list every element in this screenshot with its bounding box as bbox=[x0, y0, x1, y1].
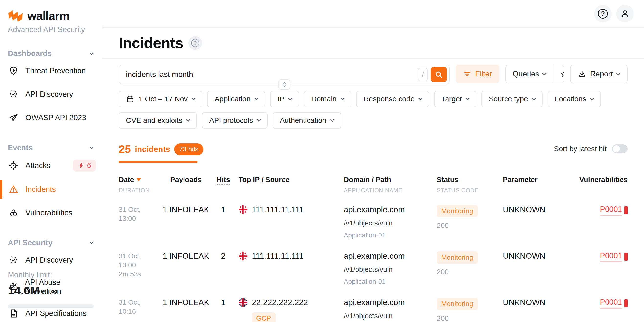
risk-bar-icon bbox=[624, 206, 628, 214]
chip-label: Application bbox=[214, 95, 250, 103]
incident-row[interactable]: 31 Oct, 13:00 1 INFOLEAK 1 111.111.11.11… bbox=[119, 205, 628, 239]
chevron-down-icon bbox=[257, 118, 261, 122]
sidebar-item-owasp-api-2023[interactable]: OWASP API 2023 bbox=[0, 107, 102, 128]
queries-dropdown[interactable]: Queries bbox=[506, 65, 553, 83]
help-button[interactable]: ? bbox=[594, 5, 612, 22]
api-protocols-filter[interactable]: API protocols bbox=[202, 112, 268, 129]
sidebar-item-api-discovery[interactable]: API Discovery bbox=[0, 84, 102, 105]
shield-bolt-icon bbox=[8, 65, 19, 76]
chevron-down-icon bbox=[254, 96, 258, 100]
search-input[interactable] bbox=[126, 70, 418, 79]
toggle-knob bbox=[613, 145, 620, 152]
filter-icon bbox=[463, 70, 471, 78]
chevron-down-icon bbox=[90, 145, 94, 149]
user-menu-button[interactable] bbox=[616, 5, 634, 22]
active-indicator bbox=[0, 180, 2, 199]
ip-address[interactable]: 22.222.222.222 bbox=[252, 298, 308, 307]
filter-chips-row-1: 1 Oct – 17 Nov Application IP Domain Res… bbox=[102, 84, 644, 107]
col-hits[interactable]: Hits bbox=[213, 176, 234, 194]
chevron-down-icon bbox=[90, 51, 94, 55]
incident-row[interactable]: 31 Oct, 13:00 2m 53s 1 INFOLEAK 2 111.11… bbox=[119, 251, 628, 286]
cell-domain: api.example.com /v1/objects/vuln Applica… bbox=[339, 251, 432, 286]
search-collapse-handle[interactable] bbox=[278, 79, 290, 90]
chevron-down-icon bbox=[466, 96, 470, 100]
application-filter[interactable]: Application bbox=[207, 91, 265, 107]
domain[interactable]: api.example.com bbox=[344, 298, 432, 307]
table-body: 31 Oct, 13:00 1 INFOLEAK 1 111.111.11.11… bbox=[119, 205, 628, 322]
chip-label: Locations bbox=[555, 95, 586, 103]
attacks-count: 6 bbox=[87, 161, 91, 169]
sidebar-item-label: Vulnerabilities bbox=[26, 208, 72, 217]
chip-label: API protocols bbox=[209, 116, 253, 125]
ip-address[interactable]: 111.111.11.111 bbox=[252, 251, 304, 261]
vulnerability-link[interactable]: P0001 bbox=[600, 298, 628, 309]
uk-flag-icon bbox=[238, 298, 247, 307]
report-label: Report bbox=[590, 70, 613, 78]
sidebar-section-dashboards[interactable]: Dashboards bbox=[0, 49, 102, 58]
authentication-filter[interactable]: Authentication bbox=[272, 112, 341, 129]
sidebar-item-incidents[interactable]: Incidents bbox=[0, 179, 102, 200]
domain[interactable]: api.example.com bbox=[344, 251, 432, 261]
sidebar-item-threat-prevention[interactable]: Threat Prevention bbox=[0, 60, 102, 81]
hits-badge: 73 hits bbox=[174, 144, 204, 155]
filter-button[interactable]: Filter bbox=[456, 65, 500, 83]
toolbar: / Filter bbox=[102, 59, 644, 84]
chip-label: Source type bbox=[489, 95, 528, 103]
status-code-subheader: STATUS CODE bbox=[437, 187, 498, 194]
date-header-label: Date bbox=[119, 176, 134, 184]
report-button[interactable]: Report bbox=[570, 65, 628, 83]
sidebar-item-label: API Specifications bbox=[26, 309, 86, 318]
cell-status: Monitoring 200 bbox=[432, 205, 498, 239]
cloud-badge: GCP bbox=[252, 313, 276, 322]
cell-top-ip: 111.111.11.111 bbox=[234, 251, 339, 286]
path: /v1/objects/vuln bbox=[344, 266, 432, 274]
date-range-filter[interactable]: 1 Oct – 17 Nov bbox=[119, 91, 202, 107]
sidebar-item-api-discovery-2[interactable]: API Discovery bbox=[0, 250, 102, 271]
ip-address[interactable]: 111.111.11.111 bbox=[252, 205, 304, 214]
sidebar-section-api-security[interactable]: API Security bbox=[0, 238, 102, 247]
sidebar-item-label: OWASP API 2023 bbox=[26, 113, 86, 122]
favorite-query-button[interactable] bbox=[553, 65, 564, 83]
incidents-word: incidents bbox=[135, 145, 170, 154]
queries-group: Queries bbox=[505, 65, 564, 83]
sidebar-item-attacks[interactable]: Attacks 6 bbox=[0, 155, 102, 176]
cve-exploits-filter[interactable]: CVE and exploits bbox=[119, 112, 197, 129]
locations-filter[interactable]: Locations bbox=[548, 91, 601, 107]
ip-filter[interactable]: IP bbox=[270, 91, 299, 107]
section-label-text: Events bbox=[8, 144, 33, 152]
col-top-ip: Top IP / Source bbox=[234, 176, 339, 194]
path: /v1/objects/vuln bbox=[344, 219, 432, 227]
status-code: 200 bbox=[437, 222, 498, 230]
response-code-filter[interactable]: Response code bbox=[356, 91, 429, 107]
page-header: Incidents ? bbox=[102, 28, 644, 59]
chip-label: CVE and exploits bbox=[126, 116, 182, 125]
logo[interactable]: wallarm bbox=[0, 7, 102, 23]
search-button[interactable] bbox=[431, 67, 447, 82]
chevron-down-icon bbox=[590, 96, 594, 100]
page-help-button[interactable]: ? bbox=[188, 36, 202, 50]
source-type-filter[interactable]: Source type bbox=[481, 91, 542, 107]
cell-payloads: 1 INFOLEAK bbox=[159, 205, 213, 239]
sidebar-item-vulnerabilities[interactable]: Vulnerabilities bbox=[0, 202, 102, 223]
vulnerability-link[interactable]: P0001 bbox=[600, 251, 628, 262]
filter-chips-row-2: CVE and exploits API protocols Authentic… bbox=[102, 107, 644, 129]
cell-parameter: UNKNOWN bbox=[498, 251, 579, 286]
sort-toggle[interactable] bbox=[612, 144, 628, 153]
domain-filter[interactable]: Domain bbox=[304, 91, 351, 107]
target-filter[interactable]: Target bbox=[434, 91, 476, 107]
cell-vulnerabilities: P0001 bbox=[600, 205, 628, 239]
sidebar-section-events[interactable]: Events bbox=[0, 144, 102, 152]
col-status: Status STATUS CODE bbox=[432, 176, 498, 194]
braces-check-icon bbox=[8, 255, 19, 266]
incident-row[interactable]: 31 Oct, 10:16 1 INFOLEAK 1 22.222.222.22… bbox=[119, 298, 628, 322]
vulnerability-link[interactable]: P0001 bbox=[600, 205, 628, 216]
col-date[interactable]: Date DURATION bbox=[119, 176, 159, 194]
infinity-symbol: ∞ bbox=[51, 286, 58, 296]
document-icon bbox=[8, 308, 19, 319]
tab-incidents[interactable]: 25 incidents 73 hits bbox=[119, 143, 203, 163]
sort-label: Sort by latest hit bbox=[554, 145, 606, 153]
sidebar-item-label: Incidents bbox=[26, 185, 56, 194]
domain[interactable]: api.example.com bbox=[344, 205, 432, 214]
sidebar-item-label: API Discovery bbox=[26, 90, 73, 99]
cell-domain: api.example.com /v1/objects/vuln Applica… bbox=[339, 298, 432, 322]
